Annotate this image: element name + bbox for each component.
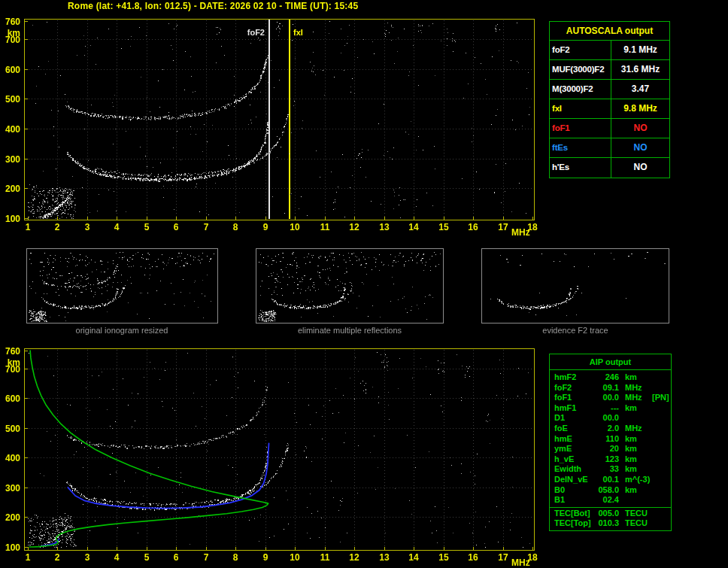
- x-axis-tick-label: 5: [144, 552, 150, 563]
- aip-param-value: 20: [593, 444, 619, 454]
- thumbnail-eliminate-reflections: [256, 248, 444, 323]
- aip-param-value: 058.0: [593, 485, 619, 496]
- x-axis-tick-label: 11: [320, 222, 330, 232]
- aip-row-fof2: foF209.1MHz: [550, 383, 671, 393]
- y-axis-tick-label: 500: [0, 424, 20, 434]
- aip-param-unit: km: [619, 454, 651, 465]
- aip-param-label: hmE: [550, 434, 593, 445]
- autoscala-row-ftes: ftEsNO: [550, 138, 669, 158]
- aip-param-extra: [651, 403, 671, 414]
- thumbnail-caption-evidence: evidence F2 trace: [542, 326, 608, 335]
- aip-param-label: B1: [550, 495, 593, 506]
- x-axis-tick-label: 16: [468, 222, 478, 232]
- x-axis-tick-label: 13: [379, 222, 389, 232]
- aip-output-header: AIP output: [550, 354, 671, 370]
- aip-param-extra: [651, 464, 671, 475]
- x-axis-tick-label: 12: [349, 552, 359, 563]
- aip-param-unit: m^(-3): [619, 475, 651, 485]
- aip-param-value: 02.4: [593, 495, 619, 506]
- aip-tec-section: TEC[Bot]005.0TECUTEC[Top]010.3TECU: [550, 507, 671, 530]
- aip-output-panel: AIP output hmF2246kmfoF209.1MHzfoF100.0M…: [549, 354, 672, 531]
- x-axis-tick-label: 12: [349, 222, 359, 232]
- aip-row-yme: ymE20km: [550, 444, 671, 454]
- x-axis-tick-label: 7: [204, 552, 209, 563]
- aip-row-ewidth: Ewidth33km: [550, 464, 671, 475]
- x-axis-tick-label: 6: [174, 222, 179, 232]
- autoscala-table-body: foF29.1 MHzMUF(3000)F231.6 MHzM(3000)F23…: [550, 41, 669, 178]
- autoscala-param-label: ftEs: [550, 138, 611, 157]
- aip-param-value: 00.0: [593, 393, 619, 403]
- y-axis-tick-label: 100: [0, 542, 20, 553]
- x-axis-tick-label: 3: [85, 222, 90, 232]
- aip-param-unit: km: [619, 485, 651, 496]
- y-axis-tick-label: 400: [0, 124, 20, 135]
- aip-row-hme: hmE110km: [550, 434, 671, 445]
- autoscala-output-header: AUTOSCALA output: [550, 22, 669, 41]
- autoscala-param-value: 9.1 MHz: [611, 41, 669, 59]
- aip-param-label: TEC[Top]: [550, 518, 593, 529]
- aip-row-h_ve: h_vE123km: [550, 454, 671, 465]
- aip-param-extra: [651, 383, 671, 393]
- aip-param-extra: [651, 424, 671, 434]
- x-axis-unit-label: MHz: [511, 557, 530, 568]
- thumbnail-caption-original: original ionogram resized: [76, 326, 168, 335]
- aip-row-b1: B102.4: [550, 495, 671, 506]
- x-axis-tick-label: 15: [438, 222, 448, 232]
- aip-param-extra: [651, 475, 671, 485]
- x-axis-tick-label: 8: [233, 552, 238, 563]
- y-axis-tick-label: 760: [0, 17, 20, 27]
- x-axis-tick-label: 4: [114, 552, 120, 563]
- x-axis-tick-label: 13: [379, 552, 389, 563]
- x-axis-tick-label: 4: [114, 222, 120, 232]
- fxi-annotation-label: fxI: [293, 28, 303, 37]
- aip-param-value: 2.0: [593, 424, 619, 434]
- aip-param-extra: [651, 444, 671, 454]
- autoscala-param-value: 31.6 MHz: [611, 60, 669, 79]
- x-axis-tick-label: 1: [26, 222, 31, 232]
- x-axis-tick-label: 10: [290, 552, 299, 563]
- x-axis-tick-label: 15: [438, 552, 448, 563]
- aip-row-foe: foE2.0MHz: [550, 424, 671, 434]
- y-axis-tick-label: 760: [0, 346, 20, 357]
- y-axis-unit-label: km: [0, 357, 20, 368]
- autoscala-param-value: NO: [611, 138, 669, 157]
- aip-row-b0: B0058.0km: [550, 485, 671, 496]
- autoscala-row-muf3000: MUF(3000)F231.6 MHz: [550, 60, 669, 80]
- aip-param-extra: [651, 509, 671, 519]
- fof2-annotation-label: foF2: [247, 28, 265, 37]
- x-axis-tick-label: 5: [144, 222, 150, 232]
- thumbnail-caption-eliminate: eliminate multiple reflections: [298, 326, 402, 335]
- aip-param-label: foF1: [550, 393, 593, 403]
- aip-param-unit: TECU: [619, 518, 651, 529]
- y-axis-tick-label: 200: [0, 512, 20, 523]
- aip-param-value: 110: [593, 434, 619, 445]
- autoscala-output-panel: AUTOSCALA output foF29.1 MHzMUF(3000)F23…: [549, 21, 670, 178]
- aip-param-value: 005.0: [593, 509, 619, 519]
- autoscala-param-label: MUF(3000)F2: [550, 60, 611, 79]
- aip-param-label: ymE: [550, 444, 593, 454]
- aip-param-unit: [619, 495, 651, 506]
- aip-param-label: DelN_vE: [550, 475, 593, 485]
- y-axis-tick-label: 300: [0, 483, 20, 494]
- y-axis-tick-label: 500: [0, 94, 20, 105]
- aip-param-value: 00.1: [593, 475, 619, 485]
- aip-param-label: TEC[Bot]: [550, 509, 593, 519]
- y-axis-tick-label: 600: [0, 393, 20, 404]
- y-axis-tick-label: 400: [0, 453, 20, 463]
- autoscala-row-fof1: foF1NO: [550, 119, 669, 138]
- aip-table-body: hmF2246kmfoF209.1MHzfoF100.0MHz[PN]hmF1-…: [550, 370, 671, 507]
- y-axis-unit-label: km: [0, 28, 20, 38]
- x-axis-tick-label: 2: [55, 222, 60, 232]
- autoscala-param-value: 9.8 MHz: [611, 99, 669, 118]
- aip-param-unit: MHz: [619, 393, 651, 403]
- x-axis-tick-label: 17: [498, 222, 508, 232]
- x-axis-tick-label: 11: [320, 552, 330, 563]
- aip-param-unit: MHz: [619, 424, 651, 434]
- aip-param-value: ---: [593, 403, 619, 414]
- aip-row-hmf2: hmF2246km: [550, 372, 671, 383]
- aip-param-label: hmF1: [550, 403, 593, 414]
- aip-param-extra: [651, 413, 671, 424]
- aip-row-d1: D100.0: [550, 413, 671, 424]
- x-axis-tick-label: 14: [408, 552, 418, 563]
- autoscala-output-screen: Rome (lat: +41.8, lon: 012.5) - DATE: 20…: [0, 0, 728, 568]
